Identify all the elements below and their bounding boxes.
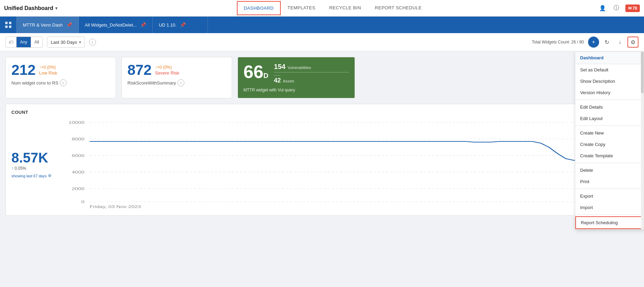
chart-big-num: 8.57K	[11, 151, 53, 165]
dropdown-menu: Dashboard Set as Default Show Descriptio…	[575, 51, 644, 229]
count-chart-widget: COUNT 8.57K ↑ 0.05% showing last 67 days…	[6, 104, 638, 216]
mttr-vuln-count: 154	[274, 63, 285, 71]
dropdown-divider-3	[575, 163, 644, 163]
tab-mttr-pin[interactable]: 📌	[66, 22, 72, 28]
svg-text:4000: 4000	[72, 170, 85, 174]
date-range-chevron: ▾	[79, 40, 81, 44]
risk-score-label: RiskScoreWithSummary i	[127, 79, 226, 86]
svg-text:8000: 8000	[72, 137, 85, 141]
tab-ud[interactable]: UD 1.10. 📌	[153, 17, 208, 33]
mttr-assets-count: 42	[274, 75, 281, 84]
risk-score-card: 872 ↑+0 (0%) Severe Risk RiskScoreWithSu…	[122, 57, 232, 98]
chart-title: COUNT	[11, 110, 633, 115]
num-widget-card: 212 ↑+0 (0%) Low Risk Num widget conv to…	[6, 57, 116, 98]
svg-text:6000: 6000	[72, 154, 85, 158]
chart-showing[interactable]: showing last 67 days ⚙	[11, 174, 53, 178]
chart-svg: 10000 8000 6000 4000 2000 0 Friday, 03 N…	[58, 119, 633, 209]
dropdown-edit-layout[interactable]: Edit Layout	[575, 113, 644, 124]
mttr-card: 66D 154 Vulnerabilities 42 Assets MTTR w…	[238, 57, 355, 98]
dropdown-report-scheduling[interactable]: Report Scheduling	[575, 216, 644, 229]
svg-text:10000: 10000	[68, 120, 84, 125]
chart-change: ↑ 0.05%	[11, 166, 53, 171]
nav-right: 👤 ⓘ ✉ 78	[598, 3, 640, 13]
tab-bar: MTTR & Venn Dash 📌 All Widgets_DoNotDele…	[0, 17, 644, 33]
svg-rect-1	[9, 22, 11, 24]
svg-rect-3	[9, 26, 11, 28]
nav-report-schedule[interactable]: REPORT SCHEDULE	[368, 0, 429, 16]
chart-left: 8.57K ↑ 0.05% showing last 67 days ⚙	[11, 119, 53, 210]
filter-bar: 🏷 Any All Last 30 Days ▾ i Total Widgets…	[0, 33, 644, 51]
num-widget-info[interactable]: i	[60, 79, 67, 86]
dropdown-create-new[interactable]: Create New	[575, 127, 644, 139]
dropdown-create-template[interactable]: Create Template	[575, 150, 644, 161]
mttr-num: 66	[243, 62, 263, 82]
chart-area: 10000 8000 6000 4000 2000 0 Friday, 03 N…	[58, 119, 633, 210]
nav-links: DASHBOARD TEMPLATES RECYCLE BIN REPORT S…	[68, 0, 597, 16]
top-nav-bar: Unified Dashboard ▾ DASHBOARD TEMPLATES …	[0, 0, 644, 17]
scrollbar-track[interactable]	[641, 52, 644, 229]
svg-text:2000: 2000	[72, 187, 85, 191]
user-icon[interactable]: 👤	[598, 3, 607, 13]
risk-score-info[interactable]: i	[177, 79, 184, 86]
tag-all-button[interactable]: All	[31, 37, 42, 47]
notifications-badge[interactable]: ✉ 78	[625, 4, 640, 12]
risk-score-stat: 872	[127, 63, 152, 77]
app-title-chevron: ▾	[55, 6, 57, 11]
dropdown-divider-2	[575, 126, 644, 126]
help-icon[interactable]: ⓘ	[612, 3, 621, 13]
tab-all-widgets-label: All Widgets_DoNotDelet...	[85, 22, 137, 28]
app-title-text: Unified Dashboard	[4, 5, 53, 11]
risk-score-risk: Severe Risk	[155, 70, 179, 76]
date-range-filter[interactable]: Last 30 Days ▾	[47, 37, 85, 48]
toolbar-icons: + ↻ ↓ ⚙	[588, 37, 638, 48]
dropdown-set-default[interactable]: Set as Default	[575, 64, 644, 76]
mttr-assets-label: Assets	[283, 79, 294, 83]
chart-change-arrow: ↑	[11, 166, 13, 171]
add-widget-button[interactable]: +	[588, 37, 599, 48]
settings-button[interactable]: ⚙	[627, 37, 638, 48]
refresh-button[interactable]: ↻	[601, 37, 612, 48]
tab-ud-label: UD 1.10.	[159, 22, 176, 28]
tab-mttr[interactable]: MTTR & Venn Dash 📌	[17, 17, 79, 33]
nav-recycle-bin[interactable]: RECYCLE BIN	[322, 0, 368, 16]
dashboard-area: 212 ↑+0 (0%) Low Risk Num widget conv to…	[0, 51, 644, 287]
dropdown-show-description[interactable]: Show Description	[575, 76, 644, 87]
dropdown-print[interactable]: Print	[575, 176, 644, 187]
tab-grid-button[interactable]	[0, 17, 17, 33]
num-widget-label: Num widget conv to RS i	[11, 79, 110, 86]
scrollbar-thumb[interactable]	[641, 52, 644, 93]
widget-row-1: 212 ↑+0 (0%) Low Risk Num widget conv to…	[6, 57, 638, 98]
tab-ud-pin[interactable]: 📌	[180, 22, 186, 28]
mttr-footer: MTTR widget with Vul query	[243, 88, 349, 92]
dropdown-import[interactable]: Import	[575, 202, 644, 213]
download-button[interactable]: ↓	[614, 37, 625, 48]
tag-icon: 🏷	[6, 39, 16, 45]
dropdown-edit-details[interactable]: Edit Details	[575, 101, 644, 113]
num-widget-risk: Low Risk	[39, 70, 57, 76]
dropdown-divider-4	[575, 189, 644, 189]
dropdown-create-copy[interactable]: Create Copy	[575, 139, 644, 150]
dropdown-delete[interactable]: Delete	[575, 165, 644, 176]
tab-mttr-label: MTTR & Venn Dash	[23, 22, 63, 28]
dropdown-header: Dashboard	[575, 52, 644, 64]
widget-count: Total Widgets Count: 26 / 80	[532, 40, 584, 44]
badge-count: 78	[633, 6, 637, 11]
nav-dashboard[interactable]: DASHBOARD	[237, 1, 281, 15]
svg-rect-0	[5, 22, 8, 24]
chart-settings-icon[interactable]: ⚙	[48, 174, 51, 178]
num-widget-stat: 212	[11, 63, 36, 77]
dropdown-export[interactable]: Export	[575, 190, 644, 202]
dropdown-divider-1	[575, 100, 644, 100]
main-content: 212 ↑+0 (0%) Low Risk Num widget conv to…	[0, 51, 644, 287]
chart-body: 8.57K ↑ 0.05% showing last 67 days ⚙	[11, 119, 633, 210]
svg-rect-2	[5, 26, 8, 28]
date-range-label: Last 30 Days	[51, 40, 77, 45]
filter-info-icon[interactable]: i	[89, 39, 96, 46]
nav-templates[interactable]: TEMPLATES	[281, 0, 323, 16]
app-title[interactable]: Unified Dashboard ▾	[4, 5, 57, 11]
tab-all-widgets[interactable]: All Widgets_DoNotDelet... 📌	[79, 17, 153, 33]
dropdown-version-history[interactable]: Version History	[575, 87, 644, 98]
svg-text:Friday, 03 Nov 2023: Friday, 03 Nov 2023	[90, 205, 141, 209]
tab-all-widgets-pin[interactable]: 📌	[140, 22, 146, 28]
tag-any-button[interactable]: Any	[16, 37, 31, 47]
